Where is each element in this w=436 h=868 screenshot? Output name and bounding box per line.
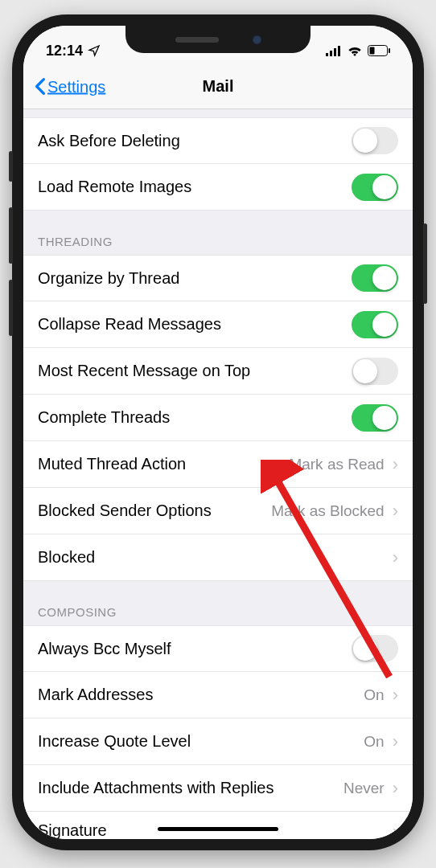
svg-rect-6: [389, 48, 390, 53]
row-collapse-read-messages[interactable]: Collapse Read Messages: [23, 301, 413, 348]
row-most-recent-on-top[interactable]: Most Recent Message on Top: [23, 348, 413, 395]
svg-rect-1: [330, 51, 332, 56]
label: Include Attachments with Replies: [38, 779, 343, 797]
svg-rect-3: [338, 46, 340, 56]
row-always-bcc-myself[interactable]: Always Bcc Myself: [23, 625, 413, 672]
label: Muted Thread Action: [38, 455, 289, 473]
toggle-most-recent-on-top[interactable]: [352, 358, 398, 385]
toggle-ask-before-deleting[interactable]: [352, 127, 398, 154]
chevron-right-icon: ›: [393, 731, 398, 752]
label: Complete Threads: [38, 408, 352, 427]
wifi-icon: [347, 45, 363, 56]
label: Ask Before Deleting: [38, 132, 352, 150]
toggle-collapse-read-messages[interactable]: [352, 311, 398, 338]
chevron-right-icon: ›: [393, 454, 398, 475]
screen: 12:14 Settings Mail Ask Before Deleting: [23, 26, 413, 839]
detail-value: Mark as Blocked: [271, 502, 384, 520]
detail-value: Mark as Read: [289, 456, 384, 473]
back-label: Settings: [47, 77, 105, 96]
speaker: [175, 37, 219, 43]
side-button: [9, 151, 13, 182]
label: Blocked: [38, 548, 388, 567]
label: Collapse Read Messages: [38, 315, 352, 334]
chevron-right-icon: ›: [393, 821, 398, 839]
chevron-left-icon: [35, 78, 46, 96]
side-button: [9, 207, 13, 264]
row-include-attachments[interactable]: Include Attachments with Replies Never ›: [23, 765, 413, 812]
chevron-right-icon: ›: [393, 778, 398, 799]
home-indicator[interactable]: [158, 827, 278, 831]
toggle-load-remote-images[interactable]: [352, 174, 398, 201]
section-header-threading: THREADING: [23, 211, 413, 255]
row-load-remote-images[interactable]: Load Remote Images: [23, 164, 413, 211]
row-complete-threads[interactable]: Complete Threads: [23, 395, 413, 441]
svg-rect-0: [326, 53, 328, 56]
svg-rect-2: [334, 48, 336, 56]
phone-frame: 12:14 Settings Mail Ask Before Deleting: [12, 14, 424, 850]
chevron-right-icon: ›: [393, 685, 398, 706]
label: Blocked Sender Options: [38, 502, 271, 520]
toggle-complete-threads[interactable]: [352, 404, 398, 432]
row-organize-by-thread[interactable]: Organize by Thread: [23, 255, 413, 301]
row-increase-quote-level[interactable]: Increase Quote Level On ›: [23, 719, 413, 765]
label: Organize by Thread: [38, 269, 352, 288]
row-muted-thread-action[interactable]: Muted Thread Action Mark as Read ›: [23, 441, 413, 488]
chevron-right-icon: ›: [393, 547, 398, 568]
row-ask-before-deleting[interactable]: Ask Before Deleting: [23, 117, 413, 164]
section-header-composing: COMPOSING: [23, 581, 413, 625]
toggle-always-bcc-myself[interactable]: [352, 635, 398, 662]
side-button: [9, 280, 13, 336]
label: Mark Addresses: [38, 686, 364, 704]
front-camera: [253, 35, 261, 44]
label: Load Remote Images: [38, 178, 352, 196]
toggle-organize-by-thread[interactable]: [352, 264, 398, 292]
location-icon: [88, 44, 101, 57]
detail-value: On: [364, 733, 384, 751]
row-mark-addresses[interactable]: Mark Addresses On ›: [23, 672, 413, 719]
page-title: Mail: [203, 77, 234, 96]
content-scroll[interactable]: Ask Before Deleting Load Remote Images T…: [23, 109, 413, 839]
detail-value: Never: [343, 780, 385, 797]
back-button[interactable]: Settings: [35, 77, 105, 96]
label: Increase Quote Level: [38, 732, 364, 751]
label: Always Bcc Myself: [38, 640, 352, 658]
cellular-icon: [326, 46, 342, 56]
nav-bar: Settings Mail: [23, 64, 413, 109]
side-button: [423, 223, 427, 304]
status-time: 12:14: [46, 43, 83, 59]
row-blocked-sender-options[interactable]: Blocked Sender Options Mark as Blocked ›: [23, 488, 413, 534]
svg-rect-5: [370, 47, 375, 55]
detail-value: On: [364, 686, 384, 704]
battery-icon: [368, 45, 390, 56]
notch: [125, 26, 311, 53]
row-blocked[interactable]: Blocked ›: [23, 534, 413, 581]
row-signature[interactable]: Signature ›: [23, 812, 413, 839]
chevron-right-icon: ›: [393, 501, 398, 522]
label: Most Recent Message on Top: [38, 362, 352, 380]
